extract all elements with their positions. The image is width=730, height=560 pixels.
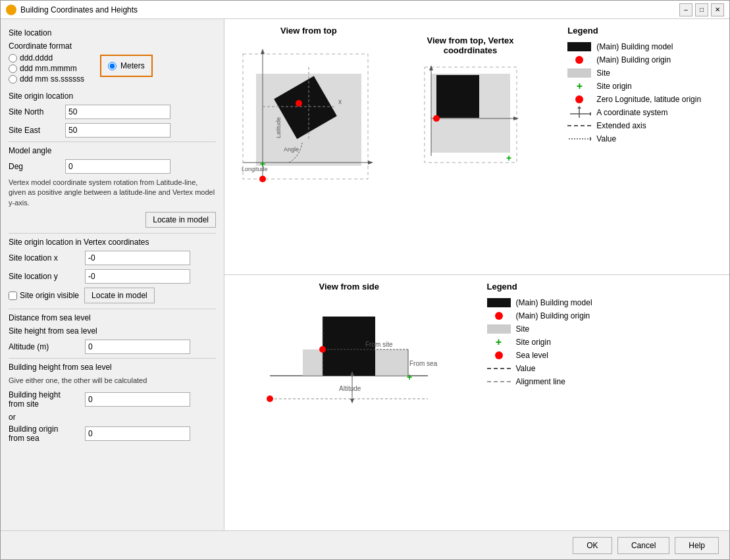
site-location-x-label: Site location x bbox=[9, 253, 81, 263]
building-height-site-row: Building height from site bbox=[9, 390, 216, 409]
svg-marker-22 bbox=[429, 65, 433, 70]
cancel-button[interactable]: Cancel bbox=[617, 537, 669, 554]
legend-bottom-site-origin-label: Site origin bbox=[516, 338, 551, 347]
legend-coord-system-label: A coordinate system bbox=[596, 108, 667, 117]
left-panel: Site location Coordinate format ddd.dddd… bbox=[1, 19, 224, 530]
radio-input-ddd-ssssss[interactable] bbox=[9, 75, 17, 84]
top-vertex-title: View from top, Vertex coodrdinates bbox=[427, 26, 514, 55]
legend-bottom-building-model-label: (Main) Building model bbox=[516, 298, 592, 307]
legend-building-origin: (Main) Building origin bbox=[567, 55, 723, 64]
svg-rect-18 bbox=[436, 75, 479, 118]
site-height-sea-label: Site height from sea level bbox=[9, 326, 216, 336]
legend-gray-swatch bbox=[567, 68, 591, 78]
or-label: or bbox=[9, 413, 216, 422]
legend-bottom-value: Value bbox=[487, 364, 723, 373]
legend-green-plus: + bbox=[575, 82, 583, 90]
locate-btn-1[interactable]: Locate in model bbox=[145, 212, 216, 228]
deg-input[interactable] bbox=[65, 159, 170, 174]
diagram-bottom-row: View from side From site bbox=[224, 275, 729, 530]
window-title: Building Coordinates and Heights bbox=[20, 5, 679, 14]
radio-ddd-mmmmm[interactable]: ddd mm.mmmm bbox=[9, 64, 84, 73]
site-north-label: Site North bbox=[9, 107, 61, 116]
legend-value: Value bbox=[567, 134, 723, 143]
maximize-button[interactable]: □ bbox=[695, 3, 708, 16]
minimize-button[interactable]: – bbox=[679, 3, 692, 16]
legend-bottom-dashed-1 bbox=[487, 368, 511, 369]
distance-sea-label: Distance from sea level bbox=[9, 313, 216, 322]
legend-building-model-label: (Main) Building model bbox=[596, 42, 673, 51]
site-east-row: Site East bbox=[9, 123, 216, 138]
radio-meters[interactable] bbox=[108, 62, 117, 70]
site-origin-vertex-label: Site origin location in Vertex coordinat… bbox=[9, 238, 216, 247]
deg-row: Deg bbox=[9, 159, 216, 174]
site-origin-visible-checkbox[interactable] bbox=[9, 292, 17, 300]
svg-text:From site: From site bbox=[365, 341, 393, 348]
legend-site: Site bbox=[567, 68, 723, 78]
svg-marker-6 bbox=[261, 49, 265, 54]
side-view-diagram: From site From sea Altitude bbox=[250, 297, 448, 428]
top-vertex-title-text: View from top, Vertex coodrdinates bbox=[427, 36, 514, 55]
site-origin-visible-text: Site origin visible bbox=[20, 291, 79, 300]
site-east-input[interactable] bbox=[65, 123, 170, 138]
main-window: Building Coordinates and Heights – □ ✕ S… bbox=[0, 0, 730, 560]
meters-label: Meters bbox=[120, 61, 145, 70]
legend-dotted-arrow-icon bbox=[567, 134, 591, 143]
bottom-bar: OK Cancel Help bbox=[1, 530, 729, 559]
top-view-diagram: x Angle Longitude Latitude + bbox=[236, 41, 381, 192]
site-east-label: Site East bbox=[9, 126, 61, 135]
site-location-x-input[interactable] bbox=[85, 251, 190, 265]
altitude-input[interactable] bbox=[85, 340, 190, 354]
legend-black-swatch bbox=[567, 42, 591, 51]
radio-input-ddd-dddd[interactable] bbox=[9, 54, 17, 63]
radio-group: ddd.dddd ddd mm.mmmm ddd mm ss.ssssss bbox=[9, 53, 84, 84]
building-height-site-label: Building height from site bbox=[9, 390, 81, 409]
legend-building-origin-label: (Main) Building origin bbox=[596, 55, 671, 64]
svg-point-23 bbox=[433, 115, 440, 122]
legend-dashed-line bbox=[567, 125, 591, 126]
legend-bottom-gray-swatch bbox=[487, 324, 511, 334]
site-location-y-row: Site location y bbox=[9, 269, 216, 284]
locate-btn-2[interactable]: Locate in model bbox=[84, 288, 155, 303]
legend-axis-icon bbox=[567, 108, 591, 117]
radio-input-ddd-mmmmm[interactable] bbox=[9, 64, 17, 73]
ok-button[interactable]: OK bbox=[573, 537, 612, 554]
altitude-row: Altitude (m) bbox=[9, 340, 216, 354]
format-row: ddd.dddd ddd mm.mmmm ddd mm ss.ssssss Me… bbox=[9, 53, 216, 86]
close-button[interactable]: ✕ bbox=[711, 3, 724, 16]
site-north-input[interactable] bbox=[65, 105, 170, 119]
svg-text:From sea: From sea bbox=[409, 360, 438, 367]
title-bar: Building Coordinates and Heights – □ ✕ bbox=[1, 1, 729, 19]
legend-top-title: Legend bbox=[567, 26, 723, 36]
right-panel: View from top bbox=[224, 19, 729, 530]
svg-text:Latitude: Latitude bbox=[275, 117, 282, 138]
svg-point-46 bbox=[267, 395, 273, 402]
legend-extended-axis: Extended axis bbox=[567, 121, 723, 130]
svg-text:+: + bbox=[260, 159, 265, 169]
legend-bottom-section: Legend (Main) Building model (Main) Buil… bbox=[474, 282, 723, 524]
legend-bottom-site: Site bbox=[487, 324, 723, 334]
model-angle-label: Model angle bbox=[9, 146, 216, 155]
legend-bottom-alignment-line: Alignment line bbox=[487, 377, 723, 386]
hint-text: Vertex model coordinate system rotation … bbox=[9, 178, 216, 208]
site-origin-visible-label[interactable]: Site origin visible bbox=[9, 291, 79, 300]
building-origin-sea-input[interactable] bbox=[85, 426, 190, 441]
radio-ddd-ssssss[interactable]: ddd mm ss.ssssss bbox=[9, 74, 84, 84]
building-height-site-input[interactable] bbox=[85, 392, 190, 407]
svg-text:Altitude: Altitude bbox=[339, 385, 361, 392]
legend-extended-axis-label: Extended axis bbox=[596, 121, 646, 130]
app-icon bbox=[6, 5, 16, 15]
help-button[interactable]: Help bbox=[675, 537, 719, 554]
svg-marker-20 bbox=[513, 116, 519, 120]
site-location-y-label: Site location y bbox=[9, 272, 81, 281]
site-location-label: Site location bbox=[9, 28, 216, 38]
radio-label-ddd-mmmmm: ddd mm.mmmm bbox=[20, 64, 77, 73]
legend-zero-longitude-label: Zero Lognitude, latitude origin bbox=[596, 95, 701, 104]
legend-bottom-site-label: Site bbox=[516, 324, 530, 334]
site-location-y-input[interactable] bbox=[85, 269, 190, 284]
legend-bottom-sea-level: Sea level bbox=[487, 351, 723, 360]
diagram-top-row: View from top bbox=[224, 19, 729, 275]
legend-bottom-sea-level-label: Sea level bbox=[516, 351, 548, 360]
radio-label-ddd-dddd: ddd.dddd bbox=[20, 53, 53, 63]
svg-marker-4 bbox=[368, 161, 373, 165]
radio-ddd-dddd[interactable]: ddd.dddd bbox=[9, 53, 84, 63]
